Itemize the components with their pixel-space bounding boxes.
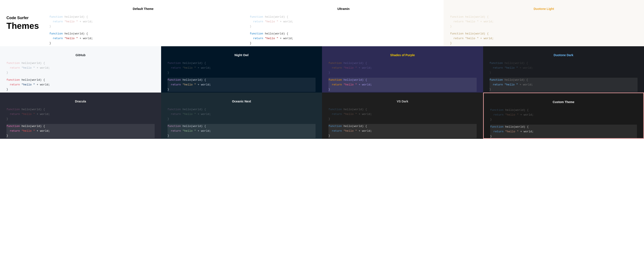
code-block-highlighted: function hello(world) { return "hello " … — [328, 78, 477, 92]
code-block-faded-top: function hello(world) { return "hello " … — [6, 61, 155, 75]
theme-label-duotone-light: Duotone Light — [450, 4, 638, 15]
theme-panel-shades-purple[interactable]: Shades of Purple function hello(world) {… — [322, 46, 483, 92]
code-block-faded-top: function hello(world) { return "hello " … — [328, 107, 477, 121]
row-2: GitHub function hello(world) { return "h… — [0, 46, 644, 92]
row-1: Code Surfer Themes Default Theme functio… — [0, 0, 644, 46]
theme-panel-github[interactable]: GitHub function hello(world) { return "h… — [0, 46, 161, 92]
code-block-highlighted: function hello(world) { return "hello " … — [168, 78, 316, 92]
code-block-highlighted: function hello(world) { return "hello " … — [6, 124, 155, 138]
theme-panel-ultramin[interactable]: Ultramin function hello(world) { return … — [244, 0, 444, 46]
theme-label-default: Default Theme — [50, 4, 237, 15]
app-name: Code Surfer — [6, 16, 28, 20]
code-block-highlighted: function hello(world) { return "hello " … — [450, 31, 638, 46]
code-block-highlighted: function hello(world) { return "hello " … — [328, 124, 477, 138]
code-block-faded-top: function hello(world) { return "hello " … — [250, 15, 437, 29]
theme-label-shades-purple: Shades of Purple — [328, 51, 477, 61]
code-block-faded-top: function hello(world) { return "hello " … — [450, 15, 638, 29]
theme-label-oceanic: Oceanic Next — [168, 97, 316, 107]
theme-panel-duotone-dark[interactable]: Duotone Dark function hello(world) { ret… — [483, 46, 644, 92]
code-block-faded-top: function hello(world) { return "hello " … — [490, 61, 638, 75]
theme-panel-default[interactable]: Default Theme function hello(world) { re… — [43, 0, 244, 46]
theme-label-ultramin: Ultramin — [250, 4, 437, 15]
code-block-highlighted: function hello(world) { return "hello " … — [168, 124, 316, 138]
sidebar: Code Surfer Themes — [0, 0, 43, 46]
theme-label-duotone-dark: Duotone Dark — [490, 51, 638, 61]
theme-panel-night-owl[interactable]: Night Owl function hello(world) { return… — [161, 46, 322, 92]
code-block-faded-top: function hello(world) { return "hello " … — [50, 15, 237, 29]
code-block-highlighted: function hello(world) { return "hello " … — [50, 31, 237, 46]
page-layout: Code Surfer Themes Default Theme functio… — [0, 0, 644, 139]
theme-panel-dracula[interactable]: Dracula function hello(world) { return "… — [0, 92, 161, 139]
theme-label-dracula: Dracula — [6, 97, 155, 107]
theme-label-vsdark: VS Dark — [328, 97, 477, 107]
code-block-faded-top: function hello(world) { return "hello " … — [168, 61, 316, 75]
theme-label-github: GitHub — [6, 51, 155, 61]
code-block-faded-top: function hello(world) { return "hello " … — [168, 107, 316, 121]
theme-label-night-owl: Night Owl — [168, 51, 316, 61]
code-block-highlighted: function hello(world) { return "hello " … — [490, 124, 637, 139]
theme-label-custom: Custom Theme — [490, 97, 637, 108]
theme-panel-duotone-light[interactable]: Duotone Light function hello(world) { re… — [444, 0, 644, 46]
page-title: Themes — [6, 21, 39, 31]
code-block-highlighted: function hello(world) { return "hello " … — [490, 78, 638, 92]
theme-panel-vsdark[interactable]: VS Dark function hello(world) { return "… — [322, 92, 483, 139]
theme-panel-oceanic[interactable]: Oceanic Next function hello(world) { ret… — [161, 92, 322, 139]
theme-panel-custom[interactable]: Custom Theme function hello(world) { ret… — [483, 92, 644, 139]
code-block-highlighted: function hello(world) { return "hello " … — [6, 78, 155, 92]
code-block-highlighted: function hello(world) { return "hello " … — [250, 31, 437, 46]
code-block-faded-top: function hello(world) { return "hello " … — [490, 108, 637, 122]
row-3: Dracula function hello(world) { return "… — [0, 92, 644, 139]
code-block-faded-top: function hello(world) { return "hello " … — [6, 107, 155, 121]
code-block-faded-top: function hello(world) { return "hello " … — [328, 61, 477, 75]
